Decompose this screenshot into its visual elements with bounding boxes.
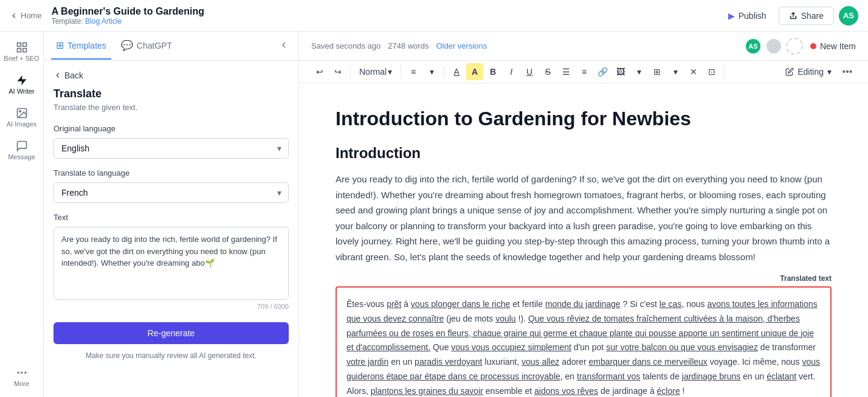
clear-format-button[interactable]: ✕ (685, 63, 702, 80)
panel-collapse-button[interactable] (277, 38, 291, 54)
collab-avatars: AS (745, 38, 803, 55)
char-count-value: 709 (257, 303, 268, 310)
original-language-select[interactable]: English (53, 138, 289, 159)
sidebar-item-brief-seo[interactable]: Brief + SEO (0, 36, 43, 67)
panel-title: Translate (53, 88, 289, 100)
grid-icon (16, 41, 28, 54)
editing-chevron: ▾ (827, 67, 832, 77)
style-dropdown[interactable]: Normal ▾ (354, 64, 397, 79)
font-color-button[interactable]: A (448, 63, 465, 80)
template-link[interactable]: Blog Article (85, 17, 122, 26)
new-item-dot (810, 43, 816, 49)
align-chevron[interactable]: ▾ (423, 63, 440, 80)
avatar-initials: AS (843, 11, 854, 20)
lightning-icon (16, 74, 28, 86)
doc-template: Template: Blog Article (52, 17, 721, 26)
bold-button[interactable]: B (484, 63, 501, 80)
collab-avatar-2 (765, 38, 782, 55)
doc-title: A Beginner's Guide to Gardening (52, 6, 721, 17)
editing-mode-button[interactable]: Editing ▾ (779, 64, 838, 79)
icon-sidebar: Brief + SEO AI Writer AI Images Message … (0, 32, 44, 397)
nav-actions: ▶ Publish Share AS (721, 6, 858, 26)
sidebar-item-message[interactable]: Message (0, 135, 43, 165)
templates-icon: ⊞ (56, 40, 64, 51)
tab-templates[interactable]: ⊞ Templates (51, 32, 111, 60)
svg-point-6 (19, 111, 20, 112)
home-link[interactable]: Home (10, 11, 42, 20)
collab-avatar-3 (786, 38, 803, 55)
text-textarea[interactable]: Are you ready to dig into the rich, fert… (53, 227, 289, 300)
highlight-button[interactable]: A (466, 63, 483, 80)
ordered-list-button[interactable]: ≡ (576, 63, 593, 80)
table-button[interactable]: ⊞ (649, 63, 666, 80)
translate-to-select[interactable]: French (53, 182, 289, 203)
panel-tabs: ⊞ Templates 💬 ChatGPT (44, 32, 298, 61)
style-label: Normal (359, 67, 387, 77)
original-language-select-wrapper: English (53, 138, 289, 159)
original-language-group: Original language English (53, 124, 289, 159)
main-layout: Brief + SEO AI Writer AI Images Message … (0, 32, 868, 397)
sidebar-label-ai-images: AI Images (7, 120, 37, 128)
toolbar-divider-2 (401, 66, 401, 78)
undo-button[interactable]: ↩ (311, 63, 328, 80)
italic-button[interactable]: I (503, 63, 520, 80)
tab-chatgpt-label: ChatGPT (137, 41, 172, 50)
new-item-badge[interactable]: New Item (810, 41, 856, 51)
redo-button[interactable]: ↪ (329, 63, 346, 80)
word-count: 2748 words (388, 41, 429, 50)
panel-subtitle: Translate the given text. (53, 103, 289, 112)
tab-templates-label: Templates (67, 41, 106, 50)
toolbar-divider-3 (444, 66, 444, 78)
share-button[interactable]: Share (779, 7, 834, 25)
sidebar-label-brief-seo: Brief + SEO (4, 55, 39, 62)
table-chevron[interactable]: ▾ (667, 63, 684, 80)
sidebar-item-ai-images[interactable]: AI Images (0, 102, 43, 133)
svg-point-8 (21, 371, 22, 373)
sidebar-label-message: Message (8, 153, 35, 161)
align-button[interactable]: ≡ (405, 63, 422, 80)
user-avatar[interactable]: AS (839, 6, 858, 26)
text-label: Text (53, 213, 289, 222)
dots-icon (16, 367, 28, 379)
share-icon (789, 12, 797, 20)
older-versions-link[interactable]: Older versions (436, 41, 487, 50)
image-icon (16, 107, 28, 119)
style-chevron: ▾ (388, 67, 392, 77)
back-label: Back (64, 71, 83, 80)
image-button[interactable]: 🖼 (612, 63, 629, 80)
image-chevron[interactable]: ▾ (630, 63, 647, 80)
strikethrough-button[interactable]: S (539, 63, 556, 80)
sidebar-item-more[interactable]: More (0, 362, 43, 392)
underline-button[interactable]: U (521, 63, 538, 80)
editor-area: Saved seconds ago 2748 words Older versi… (299, 32, 868, 397)
editor-meta: Saved seconds ago 2748 words Older versi… (311, 41, 737, 50)
char-limit-value: 6000 (274, 303, 289, 310)
translated-box: Êtes-vous prêt à vous plonger dans le ri… (336, 286, 832, 397)
regenerate-button[interactable]: Re-generate (53, 322, 289, 344)
toolbar-divider-1 (350, 66, 351, 78)
editor-content: Introduction to Gardening for Newbies In… (299, 83, 868, 397)
translate-to-label: Translate to language (53, 168, 289, 178)
fullscreen-button[interactable]: ⊡ (703, 63, 720, 80)
editing-label: Editing (797, 67, 824, 77)
bullet-list-button[interactable]: ☰ (557, 63, 574, 80)
editor-topbar: Saved seconds ago 2748 words Older versi… (299, 32, 868, 61)
svg-rect-2 (22, 43, 26, 47)
publish-button[interactable]: ▶ Publish (721, 7, 774, 24)
char-count: 709 / 6000 (53, 303, 289, 310)
panel: ⊞ Templates 💬 ChatGPT Back Translate Tra… (44, 32, 299, 397)
sidebar-label-more: More (14, 380, 29, 387)
back-icon (53, 71, 62, 80)
back-button[interactable]: Back (53, 71, 289, 80)
link-button[interactable]: 🔗 (594, 63, 611, 80)
home-label: Home (21, 11, 42, 20)
template-prefix: Template: (52, 17, 83, 26)
sidebar-item-ai-writer[interactable]: AI Writer (0, 69, 43, 100)
doc-heading: Introduction to Gardening for Newbies (336, 108, 832, 130)
toolbar-more-button[interactable]: ••• (839, 63, 856, 80)
svg-rect-4 (22, 49, 26, 52)
text-textarea-wrapper: Are you ready to dig into the rich, fert… (53, 227, 289, 310)
sidebar-label-ai-writer: AI Writer (9, 88, 35, 95)
tab-chatgpt[interactable]: 💬 ChatGPT (116, 32, 177, 60)
text-group: Text Are you ready to dig into the rich,… (53, 213, 289, 310)
